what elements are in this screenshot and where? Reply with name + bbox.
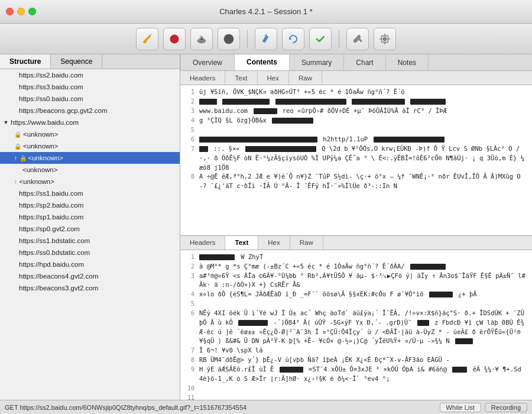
toolbar xyxy=(0,24,532,54)
lower-content-text[interactable]: 1 W ZhyT 2 à @M°* g *s Ç°mæ (-±Bz´C +«5 … xyxy=(180,250,532,400)
redacted-block xyxy=(199,99,217,105)
list-item[interactable]: ▶ https://ss0.baidu.com xyxy=(0,93,180,105)
subtab-hex-lower[interactable]: Hex xyxy=(258,236,290,250)
tab-contents[interactable]: Contents xyxy=(235,54,290,70)
lock-icon: 🔒 xyxy=(14,131,21,138)
list-item[interactable]: ▶ https://beacons.gcp.gvt2.com xyxy=(0,105,180,117)
line-content: NÊý 4XI öék Ü ì´Yé wJ Î Ù± ac´ Whç àoTd`… xyxy=(199,309,527,346)
sidebar-item-label: https://ss1.bdstatic.com xyxy=(19,237,90,244)
whitelist-button[interactable]: White List xyxy=(440,403,481,412)
list-item[interactable]: ▶ https://sp1.baidu.com xyxy=(0,211,180,223)
list-item[interactable]: ↑ <unknown> xyxy=(0,176,180,187)
line-number: 8 xyxy=(185,355,199,365)
list-item[interactable]: ▶ https://ss1.bdstatic.com xyxy=(0,235,180,247)
list-item[interactable]: ▶ https://hpd.baidu.com xyxy=(0,258,180,270)
sidebar-tab-sequence[interactable]: Sequence xyxy=(51,54,102,69)
arrow-up-icon-2: ↑ xyxy=(14,178,18,185)
redacted-block xyxy=(254,108,277,114)
close-button[interactable] xyxy=(6,8,14,15)
line-content: g ³ÇÌQ §L özg}ÖB&x xyxy=(199,116,527,125)
subtab-headers-upper[interactable]: Headers xyxy=(180,71,225,85)
status-url: GET https://ss2.baidu.com/6ONWsjip0QIZ8t… xyxy=(5,404,440,411)
redacted-block xyxy=(452,367,467,373)
content-line: 7 Î 6¬! ¥v0 \spX lã xyxy=(185,346,527,355)
line-number: 1 xyxy=(185,88,199,97)
sidebar-item-label: https://sp2.baidu.com xyxy=(19,202,83,209)
subtab-headers-lower[interactable]: Headers xyxy=(180,236,225,250)
stop-button[interactable] xyxy=(218,28,240,50)
brush-tool-button[interactable] xyxy=(136,28,158,50)
lower-sub-tabs: Headers Text Hex Raw xyxy=(180,236,532,250)
line-number: 3 xyxy=(185,106,199,116)
list-item[interactable]: ▶ https://sp0.gvt2.com xyxy=(0,223,180,235)
throttle-button[interactable] xyxy=(190,28,213,50)
sidebar-item-label: https://beacons4.gvt2.com xyxy=(19,273,98,280)
line-number: 7 xyxy=(185,346,199,355)
list-item[interactable]: ▶ https://sp2.baidu.com xyxy=(0,199,180,211)
list-item[interactable]: ▶ https://ss2.baidu.com xyxy=(0,69,180,81)
content-line: 4 x«lo ðÔ {éS¶L= JÃðÆÊàD í_Ð _=F¨` öösø\… xyxy=(185,290,527,299)
list-item[interactable]: 🔒 <unknown> xyxy=(0,128,180,140)
tab-summary[interactable]: Summary xyxy=(290,54,344,70)
redacted-block xyxy=(245,146,316,152)
content-line: 2 xyxy=(185,97,527,106)
line-number: 11 xyxy=(185,393,199,400)
list-item[interactable]: ▶ https://beacons4.gvt2.com xyxy=(0,270,180,282)
status-bar: GET https://ss2.baidu.com/6ONWsjip0QIZ8t… xyxy=(0,400,532,414)
content-line: 8 A ÷@Ê êÆ,ª°h,2 JÆ e ¥)é´Ô n¥}Z ¨TúP S½… xyxy=(185,172,527,191)
record-button[interactable] xyxy=(163,28,186,50)
recording-button[interactable]: Recording xyxy=(485,403,527,412)
redacted-block xyxy=(352,99,405,105)
settings-button[interactable] xyxy=(374,28,396,50)
maximize-button[interactable] xyxy=(28,8,36,15)
subtab-text-upper[interactable]: Text xyxy=(225,71,257,85)
sidebar-item-label: https://ss3.baidu.com xyxy=(19,83,83,90)
list-item[interactable]: ▶ https://beacons3.gvt2.com xyxy=(0,282,180,294)
list-item-selected[interactable]: ↑ 🔒 <unknown> xyxy=(0,152,180,164)
content-line: 7 ::. §×« Q \2d b ¥²ÔÓs,O krw¡EÜKÐ -Þ)f … xyxy=(185,144,527,172)
sidebar-group-baidu[interactable]: ▼ https://www.baidu.com xyxy=(0,117,180,128)
list-item[interactable]: ▶ https://ss0.bdstatic.com xyxy=(0,247,180,258)
lower-panel: Headers Text Hex Raw 1 W ZhyT 2 xyxy=(180,236,532,400)
subtab-raw-lower[interactable]: Raw xyxy=(290,236,323,250)
line-content: www.baidu.com reo «ûrpÖ›# ðÖV÷DÉ +µ¨ ÞõÛ… xyxy=(199,106,527,116)
line-number: 9 xyxy=(185,365,199,384)
line-number: 7 xyxy=(185,144,199,172)
content-line: 11 xyxy=(185,393,527,400)
subtab-raw-upper[interactable]: Raw xyxy=(289,71,322,85)
arrow-up-icon: ↑ xyxy=(14,154,18,161)
split-content: Headers Text Hex Raw 1 üj ¥5ïñ, ÖVK_$NÇK… xyxy=(180,71,532,400)
tab-chart[interactable]: Chart xyxy=(344,54,385,70)
tools-button[interactable] xyxy=(346,28,369,50)
content-line: 1 üj ¥5ïñ, ÖVK_$NÇK¤ aðHG÷ÚT³ +«5 éc * é… xyxy=(185,88,527,97)
sidebar-item-label: <unknown> xyxy=(20,178,54,185)
line-content: ::. §×« Q \2d b ¥²ÔÓs,O krw¡EÜKÐ -Þ)f Ô … xyxy=(199,144,527,172)
redacted-block xyxy=(199,254,235,260)
toolbar-separator-2 xyxy=(339,30,339,48)
line-content xyxy=(199,393,527,400)
check-button[interactable] xyxy=(309,28,332,50)
upper-content-text[interactable]: 1 üj ¥5ïñ, ÖVK_$NÇK¤ aðHG÷ÚT³ +«5 éc * é… xyxy=(180,85,532,235)
line-number: 4 xyxy=(185,116,199,125)
edit-button[interactable] xyxy=(255,28,277,50)
traffic-lights xyxy=(6,8,36,15)
redacted-block xyxy=(199,146,208,152)
refresh-button[interactable] xyxy=(282,28,304,50)
tab-overview[interactable]: Overview xyxy=(180,54,235,70)
sidebar-item-label: https://ss0.baidu.com xyxy=(19,95,83,102)
subtab-hex-upper[interactable]: Hex xyxy=(258,71,289,85)
redacted-block xyxy=(429,292,453,297)
minimize-button[interactable] xyxy=(17,8,25,15)
content-line: 2 à @M°* g *s Ç°mæ (-±Bz´C +«5 éc * é 1Ó… xyxy=(185,262,527,271)
line-content: x«lo ðÔ {éS¶L= JÃðÆÊàD í_Ð _=F¨` öösø\Â … xyxy=(199,290,527,299)
top-tabs: Overview Contents Summary Chart Notes xyxy=(180,54,532,71)
sidebar-tab-structure[interactable]: Structure xyxy=(0,54,51,69)
list-item[interactable]: 🔒 <unknown> xyxy=(0,140,180,152)
list-item[interactable]: ▶ https://ss1.baidu.com xyxy=(0,187,180,199)
list-item[interactable]: <unknown> xyxy=(0,164,180,176)
tab-notes[interactable]: Notes xyxy=(386,54,429,70)
main-layout: Structure Sequence ▶ https://ss2.baidu.c… xyxy=(0,54,532,400)
subtab-text-lower[interactable]: Text xyxy=(225,236,258,250)
line-content: A ÷@Ê êÆ,ª°h,2 JÆ e ¥)é´Ô n¥}Z ¨TúP S½dì… xyxy=(199,172,527,191)
list-item[interactable]: ▶ https://ss3.baidu.com xyxy=(0,81,180,93)
